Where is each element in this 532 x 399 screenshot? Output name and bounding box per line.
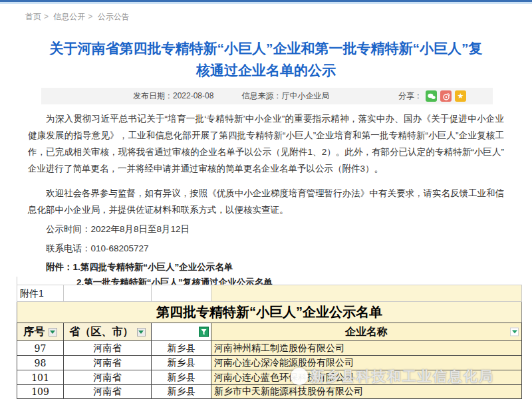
table-title: 第四批专精特新“小巨人”企业公示名单 <box>17 302 522 323</box>
header-company-label: 企业名称 <box>345 325 388 339</box>
table-row: 98 河南省 新乡县 河南心连心深冷能源股份有限公司 <box>17 355 522 370</box>
header-company: 企业名称 <box>211 323 522 340</box>
cell-province: 河南省 <box>63 340 151 355</box>
breadcrumb-info-disclosure[interactable]: 信息公开 <box>53 12 85 21</box>
table-body: 97 河南省 新乡县 河南神州精工制造股份有限公司 98 河南省 新乡县 河南心… <box>17 340 522 399</box>
paragraph-1: 为深入贯彻习近平总书记关于“培育一批‘专精特新’中小企业”的重要指示精神，落实中… <box>28 110 504 177</box>
breadcrumb-home[interactable]: 首页 <box>25 12 41 21</box>
favorite-share-icon[interactable]: ★ <box>455 90 466 102</box>
sheet-corner-row: 附件1 <box>17 285 522 302</box>
cell-county: 新乡县 <box>151 340 211 355</box>
cell-company: 河南心连心深冷能源股份有限公司 <box>211 355 522 370</box>
meta-bar: 发布日期：2022-08-08 信息来源：厅中小企业局 分享： ★ <box>41 88 493 104</box>
wechat-share-icon[interactable] <box>426 90 437 102</box>
cell-county: 新乡县 <box>151 355 211 370</box>
page-title: 关于河南省第四批专精特新“小巨人”企业和第一批专精特新“小巨人”复核通过企业名单… <box>47 37 485 81</box>
cell-serial: 97 <box>17 340 63 355</box>
table-row: 97 河南省 新乡县 河南神州精工制造股份有限公司 <box>17 340 522 355</box>
header-serial-label: 序号 <box>24 325 45 339</box>
cell-serial: 98 <box>17 355 63 370</box>
cell-company: 河南心连心蓝色环保科技有限公司 <box>211 370 522 384</box>
table-header-row: 序号 省（区、市） 企业名称 <box>17 323 522 340</box>
table-row: 101 河南省 新乡县 河南心连心蓝色环保科技有限公司 <box>17 370 522 384</box>
cell-company: 新乡市中天新能源科技股份有限公司 <box>211 384 522 399</box>
table-row: 109 河南省 新乡县 新乡市中天新能源科技股份有限公司 <box>17 384 522 399</box>
header-serial: 序号 <box>17 323 63 340</box>
paragraph-2: 欢迎社会各界参与监督，如有异议，按照《优质中小企业梯度培育管理暂行办法》中有关要… <box>28 185 504 218</box>
header-province: 省（区、市） <box>63 323 151 340</box>
breadcrumb-separator: > <box>44 12 49 21</box>
top-banner-edge <box>0 0 532 4</box>
active-filter-funnel-icon[interactable] <box>199 327 209 337</box>
share-label: 分享： <box>398 90 422 102</box>
weibo-share-icon[interactable] <box>440 90 452 102</box>
empty-cell <box>211 285 522 302</box>
publish-date: 发布日期：2022-08-08 <box>133 90 213 102</box>
filter-dropdown-icon[interactable] <box>137 328 146 336</box>
header-county-filtered <box>151 323 211 340</box>
attachment1-cell-label: 附件1 <box>17 285 63 302</box>
attachment-link-1[interactable]: 附件：1.第四批专精特新“小巨人”企业公示名单 <box>28 259 504 275</box>
page: 首页> 信息公开> 公示公告 关于河南省第四批专精特新“小巨人”企业和第一批专精… <box>0 0 532 399</box>
publicity-period: 公示时间：2022年8月8日至8月12日 <box>28 221 504 237</box>
breadcrumb-announcements: 公示公告 <box>98 12 130 21</box>
info-source: 信息来源：厅中小企业局 <box>241 90 329 102</box>
cell-province: 河南省 <box>63 384 151 399</box>
share-bar: 分享： ★ <box>398 90 466 102</box>
cell-county: 新乡县 <box>151 384 211 399</box>
filter-dropdown-icon[interactable] <box>49 328 57 336</box>
contact-phone: 联系电话：010-68205727 <box>28 240 504 257</box>
header-province-label: 省（区、市） <box>70 325 134 339</box>
cell-county: 新乡县 <box>151 370 211 384</box>
filter-dropdown-icon[interactable] <box>510 328 519 336</box>
empty-cell <box>151 285 211 302</box>
cell-company: 河南神州精工制造股份有限公司 <box>211 340 522 355</box>
cell-serial: 101 <box>17 370 63 384</box>
cell-province: 河南省 <box>63 370 151 384</box>
breadcrumb: 首页> 信息公开> 公示公告 <box>25 11 132 23</box>
attachment1-spreadsheet: 附件1 第四批专精特新“小巨人”企业公示名单 序号 省（区、市） 企业名称 <box>17 277 522 399</box>
empty-cell <box>63 285 151 302</box>
cell-province: 河南省 <box>63 355 151 370</box>
sheet-spacer <box>17 277 522 285</box>
cell-serial: 109 <box>17 384 63 399</box>
breadcrumb-separator: > <box>88 12 92 21</box>
